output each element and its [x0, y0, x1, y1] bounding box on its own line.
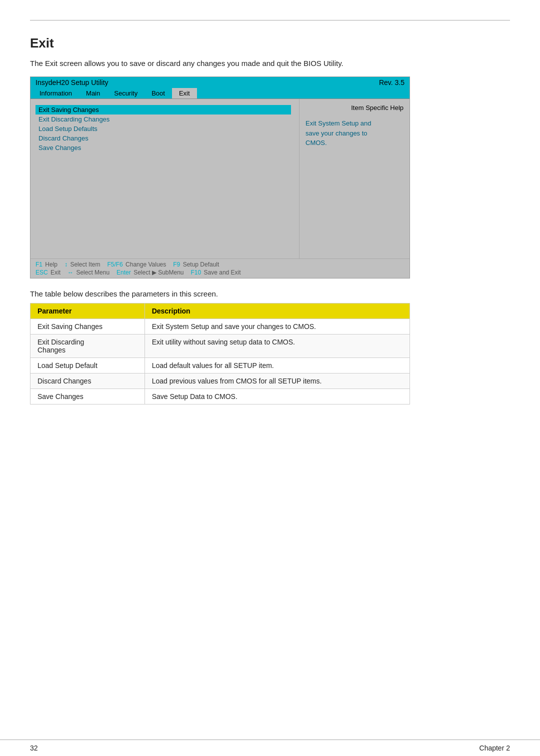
table-header-parameter: Parameter: [30, 304, 145, 319]
footer-row-2: ESC Exit ↔ Select Menu Enter Select ▶ Su…: [36, 269, 404, 276]
footer-f10: F10 Save and Exit: [191, 269, 241, 276]
top-divider: [30, 20, 510, 20]
table-header-description: Description: [144, 304, 410, 319]
menu-discard-changes[interactable]: Discard Changes: [38, 134, 291, 143]
table-row: Discard ChangesLoad previous values from…: [30, 374, 410, 389]
nav-information[interactable]: Information: [32, 88, 79, 98]
item-specific-title: Item Specific Help: [306, 104, 404, 112]
footer-arrows-item: ↕ Select Item: [64, 261, 100, 268]
bios-help-panel: Item Specific Help Exit System Setup and…: [300, 99, 410, 258]
nav-exit[interactable]: Exit: [172, 88, 197, 98]
footer-row-1: F1 Help ↕ Select Item F5/F6 Change Value…: [36, 261, 404, 268]
param-cell: Exit Discarding Changes: [30, 334, 145, 358]
param-cell: Exit Saving Changes: [30, 319, 145, 334]
desc-cell: Load default values for all SETUP item.: [144, 358, 410, 374]
bios-ui-box: InsydeH20 Setup Utility Rev. 3.5 Informa…: [30, 76, 410, 278]
param-cell: Load Setup Default: [30, 358, 145, 374]
menu-exit-discarding-changes[interactable]: Exit Discarding Changes: [38, 114, 291, 124]
bios-nav: Information Main Security Boot Exit: [30, 88, 410, 99]
footer-f9: F9 Setup Default: [173, 261, 219, 268]
table-row: Save ChangesSave Setup Data to CMOS.: [30, 389, 410, 404]
table-row: Exit Discarding ChangesExit utility with…: [30, 334, 410, 358]
menu-save-changes[interactable]: Save Changes: [38, 143, 291, 152]
footer-page-number: 32: [30, 744, 38, 752]
bios-header-rev: Rev. 3.5: [379, 78, 404, 86]
footer-esc: ESC Exit: [36, 269, 60, 276]
menu-load-setup-defaults[interactable]: Load Setup Defaults: [38, 124, 291, 134]
footer-f5f6: F5/F6 Change Values: [107, 261, 166, 268]
parameter-table: Parameter Description Exit Saving Change…: [30, 303, 410, 404]
intro-text: The Exit screen allows you to save or di…: [30, 59, 510, 68]
desc-cell: Exit utility without saving setup data t…: [144, 334, 410, 358]
bios-content: Exit Saving Changes Exit Discarding Chan…: [30, 99, 410, 258]
nav-security[interactable]: Security: [107, 88, 144, 98]
footer-enter: Enter Select ▶ SubMenu: [116, 269, 184, 276]
nav-main[interactable]: Main: [79, 88, 107, 98]
bios-header-title: InsydeH20 Setup Utility: [36, 78, 108, 86]
footer-arrows-menu: ↔ Select Menu: [68, 269, 110, 276]
bios-menu-panel: Exit Saving Changes Exit Discarding Chan…: [30, 99, 300, 258]
table-row: Exit Saving ChangesExit System Setup and…: [30, 319, 410, 334]
page-footer: 32 Chapter 2: [0, 740, 540, 756]
table-row: Load Setup DefaultLoad default values fo…: [30, 358, 410, 374]
bios-header: InsydeH20 Setup Utility Rev. 3.5: [30, 77, 410, 88]
nav-boot[interactable]: Boot: [144, 88, 172, 98]
desc-cell: Save Setup Data to CMOS.: [144, 389, 410, 404]
desc-cell: Load previous values from CMOS for all S…: [144, 374, 410, 389]
item-specific-text: Exit System Setup and save your changes …: [306, 118, 404, 148]
footer-chapter: Chapter 2: [480, 744, 510, 752]
footer-f1-key: F1 Help: [36, 261, 58, 268]
param-cell: Discard Changes: [30, 374, 145, 389]
param-cell: Save Changes: [30, 389, 145, 404]
bios-footer: F1 Help ↕ Select Item F5/F6 Change Value…: [30, 258, 410, 278]
table-intro: The table below describes the parameters…: [30, 290, 510, 298]
menu-exit-saving-changes[interactable]: Exit Saving Changes: [36, 105, 291, 114]
desc-cell: Exit System Setup and save your changes …: [144, 319, 410, 334]
page-title: Exit: [30, 36, 510, 51]
